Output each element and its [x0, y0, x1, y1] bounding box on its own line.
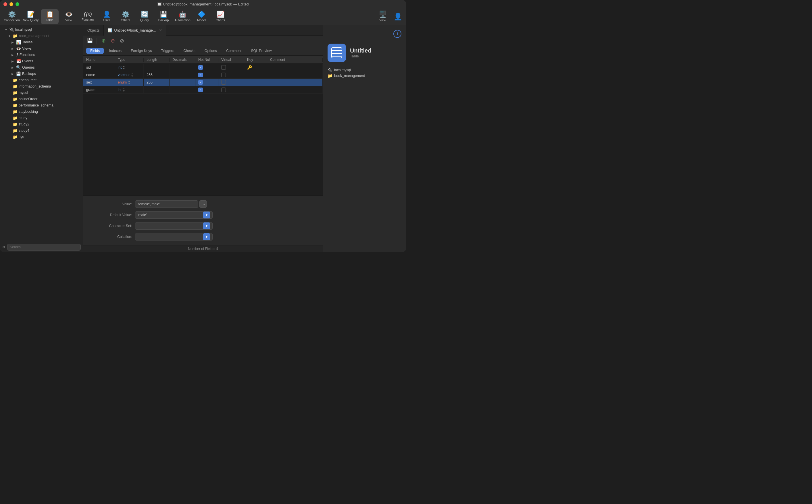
cell-grade-name: grade — [83, 86, 115, 93]
sidebar-item-study2[interactable]: 📁 study2 — [0, 121, 83, 127]
cell-sid-notnull[interactable] — [195, 64, 219, 71]
cell-sid-virtual[interactable] — [219, 64, 244, 71]
table-row[interactable]: sex enum ▲▼ 255 — [83, 79, 323, 86]
sidebar-item-info-schema[interactable]: 📁 information_schema — [0, 83, 83, 90]
tab-triggers[interactable]: Triggers — [157, 48, 178, 54]
db-icon: 📁 — [13, 128, 18, 133]
sidebar-item-mysql[interactable]: 📁 mysql — [0, 90, 83, 96]
charset-dropdown[interactable]: ▼ — [135, 222, 213, 230]
info-panel-header: i — [328, 30, 401, 38]
cell-sex-notnull[interactable] — [195, 79, 219, 86]
cell-sex-virtual[interactable] — [219, 79, 244, 86]
toolbar-user[interactable]: 👤 User — [98, 9, 115, 24]
toolbar-view2[interactable]: 🖥️ View — [374, 9, 392, 24]
virtual-checkbox[interactable] — [221, 88, 226, 92]
sidebar-item-sys[interactable]: 📁 sys — [0, 134, 83, 140]
not-null-checkbox[interactable] — [198, 80, 203, 85]
virtual-checkbox[interactable] — [221, 73, 226, 77]
tab-fields[interactable]: Fields — [86, 48, 104, 54]
value-input[interactable] — [135, 200, 198, 208]
toolbar-automation[interactable]: 🤖 Automation — [173, 9, 191, 24]
remove-field-button[interactable]: ⊖ — [109, 37, 116, 44]
toolbar-view[interactable]: 👁️ View — [60, 9, 78, 24]
tab-objects-label: Objects — [87, 28, 99, 32]
sidebar-item-onlineorder[interactable]: 📁 onlineOrder — [0, 96, 83, 102]
sidebar-item-ebean[interactable]: 📁 ebean_test — [0, 77, 83, 83]
sidebar-label-localmysql: localmysql — [15, 28, 32, 32]
toolbar-query[interactable]: 🔄 Query — [136, 9, 153, 24]
table-row[interactable]: grade int ▲▼ — [83, 86, 323, 94]
value-dots-button[interactable]: ··· — [199, 200, 207, 208]
sidebar-item-events[interactable]: ▶ 📅 Events — [0, 58, 83, 64]
cell-grade-notnull[interactable] — [195, 86, 219, 93]
form-row-collation: Collation: ▼ — [95, 233, 311, 241]
toolbar-others[interactable]: ⚙️ Others — [117, 9, 134, 24]
sidebar-item-queries[interactable]: ▶ 🔍 Queries — [0, 64, 83, 71]
toolbar-table-label: Table — [46, 18, 53, 22]
stepper-icon[interactable]: ▲▼ — [128, 80, 130, 85]
sidebar-item-tables[interactable]: ▶ 📊 Tables — [0, 39, 83, 45]
close-tab-icon[interactable]: ✕ — [159, 28, 162, 32]
stepper-icon[interactable]: ▲▼ — [123, 87, 125, 92]
tab-options[interactable]: Options — [200, 48, 221, 54]
save-button[interactable]: 💾 — [86, 37, 94, 44]
close-button[interactable] — [3, 2, 7, 6]
table-tab-icon: 📊 — [108, 28, 112, 32]
collation-dropdown[interactable]: ▼ — [135, 233, 213, 241]
db-icon: 📁 — [13, 78, 18, 82]
cell-grade-virtual[interactable] — [219, 86, 244, 93]
stepper-icon[interactable]: ▲▼ — [123, 65, 125, 70]
toolbar-new-query[interactable]: 📝 New Query — [22, 9, 40, 24]
not-null-checkbox[interactable] — [198, 73, 203, 77]
not-null-checkbox[interactable] — [198, 88, 203, 92]
cell-sid-type: int ▲▼ — [115, 64, 144, 71]
tab-untitled[interactable]: 📊 Untitled@book_manage... ✕ — [104, 25, 166, 36]
cell-name-virtual[interactable] — [219, 71, 244, 78]
sidebar-item-study[interactable]: 📁 study — [0, 115, 83, 121]
virtual-checkbox[interactable] — [221, 80, 226, 85]
sidebar-item-staybooking[interactable]: 📁 staybooking — [0, 108, 83, 115]
cell-name-notnull[interactable] — [195, 71, 219, 78]
window-controls[interactable] — [3, 2, 19, 6]
sidebar-item-functions[interactable]: ▶ ƒ Functions — [0, 52, 83, 58]
tab-foreign-keys[interactable]: Foreign Keys — [127, 48, 156, 54]
stepper-icon[interactable]: ▲▼ — [131, 72, 133, 77]
minus-button[interactable]: ⊘ — [118, 37, 125, 44]
table-row[interactable]: name varchar ▲▼ 255 — [83, 71, 323, 79]
sidebar-item-study4[interactable]: 📁 study4 — [0, 127, 83, 134]
sidebar-item-views[interactable]: ▶ 👁️ Views — [0, 45, 83, 52]
sidebar-label-study4: study4 — [19, 129, 29, 133]
toolbar-charts[interactable]: 📈 Charts — [212, 9, 229, 24]
form-row-default-value: Default Value: 'male' ▼ — [95, 211, 311, 219]
sidebar-item-backups[interactable]: ▶ 💾 Backups — [0, 71, 83, 77]
query-icon: 🔄 — [141, 11, 148, 18]
table-row[interactable]: sid int ▲▼ 🔑 — [83, 64, 323, 71]
settings-icon[interactable]: ⚙ — [2, 245, 5, 249]
sidebar-item-localmysql[interactable]: ▼ 🔌 localmysql — [0, 26, 83, 33]
toolbar-table[interactable]: 📋 Table — [41, 9, 59, 24]
tab-sql-preview[interactable]: SQL Preview — [247, 48, 276, 54]
default-value-dropdown[interactable]: 'male' ▼ — [135, 211, 213, 219]
toolbar-profile[interactable]: 👤 — [393, 9, 403, 24]
info-button[interactable]: i — [393, 30, 401, 38]
tab-indexes[interactable]: Indexes — [105, 48, 125, 54]
virtual-checkbox[interactable] — [221, 65, 226, 70]
chevron-right-icon: ▶ — [11, 72, 15, 75]
not-null-checkbox[interactable] — [198, 65, 203, 70]
tab-checks[interactable]: Checks — [179, 48, 199, 54]
add-field-button[interactable]: ⊕ — [100, 37, 107, 44]
toolbar-function[interactable]: ƒ(x) Function — [79, 9, 96, 24]
sidebar-item-perf-schema[interactable]: 📁 performance_schema — [0, 102, 83, 108]
toolbar-backup[interactable]: 💾 Backup — [154, 9, 172, 24]
dropdown-arrow-icon: ▼ — [203, 212, 210, 218]
sidebar-item-book-management[interactable]: ▼ 📁 book_management — [0, 33, 83, 39]
toolbar-model[interactable]: 🔷 Model — [192, 9, 210, 24]
search-input[interactable] — [7, 244, 81, 251]
window-title: 🔲 Untitled@book_management (localmysql) … — [157, 2, 249, 6]
maximize-button[interactable] — [16, 2, 19, 6]
toolbar-connection[interactable]: ⚙️ Connection — [3, 9, 21, 24]
charset-dropdown-arrow-icon: ▼ — [203, 222, 210, 229]
tab-objects[interactable]: Objects — [83, 25, 104, 36]
tab-comment[interactable]: Comment — [222, 48, 246, 54]
minimize-button[interactable] — [9, 2, 13, 6]
